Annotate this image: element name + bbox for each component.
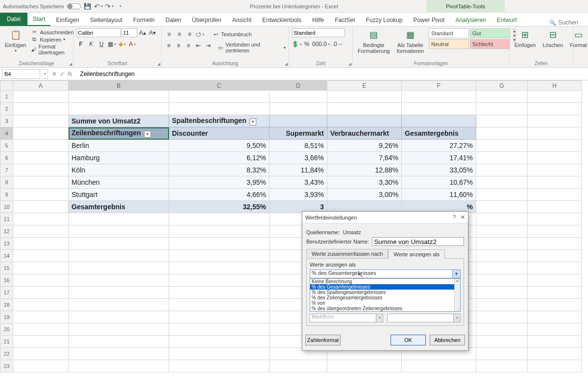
cell[interactable]: 3,30% [327,176,402,189]
indent-inc-icon[interactable]: ⇥ [204,41,212,50]
row-name-1[interactable]: Hamburg [69,152,169,164]
wrap-text-button[interactable]: ↩Textumbruch [212,30,252,39]
formula-input[interactable] [78,70,588,78]
cell[interactable]: 3,00% [327,189,402,201]
row-name-4[interactable]: Stuttgart [69,189,169,201]
accept-fx-icon[interactable]: ✓ [60,71,65,77]
cell[interactable]: 27,27% [402,140,476,152]
cell[interactable]: 3,66% [270,152,327,164]
row-8[interactable]: 8 [0,176,13,189]
format-as-table-button[interactable]: ▦Als Tabelle formatieren [394,28,426,55]
col-D[interactable]: D [270,81,327,91]
tab-entwickler[interactable]: Entwicklertools [257,14,307,26]
fill-color-button[interactable]: ◆ [118,40,126,49]
tab-ansicht[interactable]: Ansicht [227,14,257,26]
decrease-font-icon[interactable]: A▾ [148,28,157,37]
row-filter-icon[interactable]: ▾ [144,131,151,138]
qat-customize-icon[interactable] [116,2,124,10]
copy-button[interactable]: ⧉Kopieren▾ [31,36,74,43]
row-3[interactable]: 3 [0,115,13,127]
tab-summarize[interactable]: Werte zusammenfassen nach [306,249,388,258]
tab-entwurf[interactable]: Entwurf [491,14,522,26]
row-13[interactable]: 13 [0,238,13,250]
cancel-fx-icon[interactable]: ✕ [52,71,57,77]
tab-start[interactable]: Start [27,13,50,26]
autosave-toggle[interactable] [67,3,81,9]
col-B[interactable]: B [69,81,169,91]
tab-factset[interactable]: FactSet [329,14,360,26]
dlg-launcher-align[interactable]: ◢ [285,62,288,66]
option-rowtotal[interactable]: % des Zeilengesamtergebnisses [310,295,460,300]
show-as-combo[interactable]: % des Gesamtergebnisses ▼ [310,270,461,278]
style-neutral[interactable]: Neutral [429,39,469,49]
dlg-launcher-font[interactable]: ◢ [157,62,160,66]
redo-icon[interactable] [105,2,113,10]
align-bot-icon[interactable]: ≡ [185,30,194,39]
font-size-select[interactable] [122,28,137,37]
number-format-button[interactable]: Zahlenformat [305,335,341,345]
tab-formeln[interactable]: Formeln [128,14,160,26]
ribbon-search[interactable]: Suchen [539,19,588,26]
row-name-0[interactable]: Berlin [69,140,169,152]
cell[interactable]: 32,55% [169,201,270,213]
pivot-value-label[interactable]: Summe von Umsatz2 [69,115,169,127]
indent-dec-icon[interactable]: ⇤ [194,41,202,50]
pivot-col-3[interactable]: Gesamtergebnis [402,127,476,140]
worksheet-grid[interactable]: A B C D E F G H 1 2 3 Summe von Umsatz2 … [0,80,588,382]
show-as-value[interactable]: % des Gesamtergebnisses [310,270,461,278]
cell[interactable]: 11,60% [402,189,476,201]
col-C[interactable]: C [169,81,270,91]
row-4[interactable]: 4 [0,127,13,140]
tab-ueberpruefen[interactable]: Überprüfen [187,14,227,26]
tab-seitenlayout[interactable]: Seitenlayout [85,14,128,26]
option-coltotal[interactable]: % des Spaltengesamtergebnisses [310,290,460,295]
option-parentrow[interactable]: % des übergeordneten Zeilenergebnisses [310,306,460,311]
dlg-launcher-number[interactable]: ◢ [348,62,351,66]
row-9[interactable]: 9 [0,189,13,201]
font-name-select[interactable] [76,28,121,37]
cells-delete-button[interactable]: ⊟Löschen [540,28,565,49]
row-22[interactable]: 22 [0,348,13,360]
col-E[interactable]: E [327,81,402,91]
cells-format-button[interactable]: ▭Format [568,28,588,49]
underline-button[interactable]: U [97,40,106,49]
tab-powerpivot[interactable]: Power Pivot [408,14,450,26]
option-of[interactable]: % von [310,300,460,306]
fx-icon[interactable]: fx [68,71,72,77]
cell[interactable]: 17,41% [402,152,476,164]
row-15[interactable]: 15 [0,262,13,274]
conditional-format-button[interactable]: ▤Bedingte Formatierung [356,28,392,55]
pivot-total-label[interactable]: Gesamtergebnis [69,201,169,213]
col-filter-icon[interactable]: ▾ [249,119,256,125]
cell[interactable]: 8,51% [270,140,327,152]
dlg-launcher-clipboard[interactable]: ◢ [69,62,72,66]
cell[interactable]: 6,12% [169,152,270,164]
tab-file[interactable]: Datei [0,12,27,26]
inc-dec-icon[interactable]: .0← [323,40,332,49]
column-headers[interactable]: A B C D E F G H [0,81,582,91]
paste-button[interactable]: 📋 Einfügen ▾ [3,28,28,54]
col-F[interactable]: F [402,81,476,91]
row-23[interactable]: 23 [0,360,13,372]
format-painter-button[interactable]: 🖌Format übertragen [31,43,74,56]
cell[interactable]: 9,50% [169,140,270,152]
cell[interactable]: 7,64% [327,152,402,164]
row-17[interactable]: 17 [0,287,13,299]
pivot-row-label[interactable]: Zeilenbeschriftungen▾ [69,127,169,140]
tab-daten[interactable]: Daten [160,14,187,26]
row-20[interactable]: 20 [0,323,13,336]
custom-name-field[interactable] [372,237,464,246]
row-name-3[interactable]: München [69,176,169,189]
align-top-icon[interactable]: ≡ [165,30,173,39]
tab-show-as[interactable]: Werte anzeigen als [388,249,445,259]
chevron-down-icon[interactable]: ▼ [452,270,460,278]
merge-center-button[interactable]: ▭Verbinden und zentrieren▾ [217,41,286,54]
accounting-icon[interactable]: 💲 [292,40,301,49]
cell[interactable]: 33,05% [402,164,476,176]
row-2[interactable]: 2 [0,103,13,115]
close-icon[interactable]: ✕ [461,214,465,220]
border-button[interactable]: ▦ [107,40,116,49]
orientation-icon[interactable]: ⭯ [196,30,204,39]
cells-insert-button[interactable]: ⊞Einfügen [513,28,538,49]
option-none[interactable]: Keine Berechnung [310,279,460,284]
